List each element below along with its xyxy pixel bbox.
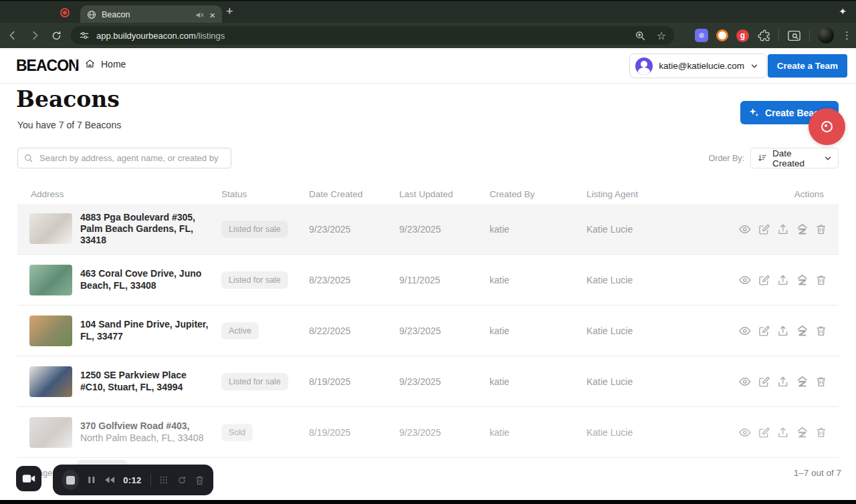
- extensions-puzzle-icon[interactable]: [757, 29, 770, 42]
- nav-home[interactable]: Home: [84, 58, 126, 70]
- zillow-icon[interactable]: [796, 375, 809, 388]
- toolbar-divider: [809, 29, 810, 41]
- listing-address: 104 Sand Pine Drive, Jupiter, FL, 33477: [80, 319, 214, 342]
- table-row[interactable]: 4883 Pga Boulevard #305, Palm Beach Gard…: [17, 204, 839, 255]
- back-button[interactable]: [5, 28, 20, 43]
- user-avatar: [635, 57, 653, 75]
- last-updated: 9/23/2025: [399, 326, 490, 336]
- status-badge: Listed for sale: [221, 271, 288, 289]
- order-by-value: Date Created: [772, 148, 819, 168]
- view-eye-icon[interactable]: [738, 375, 752, 388]
- listing-address: 463 Coral Cove Drive, Juno Beach, FL, 33…: [80, 268, 214, 291]
- delete-icon[interactable]: [815, 273, 828, 287]
- beacon-logo[interactable]: BEACON: [16, 57, 79, 75]
- rewind-icon[interactable]: [104, 475, 115, 485]
- delete-icon[interactable]: [815, 426, 828, 439]
- col-actions: Actions: [738, 189, 839, 199]
- chevron-down-icon: [824, 154, 832, 162]
- url-text[interactable]: app.buildyourbeacon.com/listings: [96, 31, 225, 41]
- zillow-icon[interactable]: [796, 324, 809, 338]
- site-settings-icon[interactable]: [79, 30, 90, 41]
- status-badge: Listed for sale: [221, 373, 288, 390]
- created-by: katie: [490, 275, 586, 285]
- extension-flower-icon[interactable]: ❊: [695, 29, 708, 42]
- table-row[interactable]: 104 Sand Pine Drive, Jupiter, FL, 33477 …: [17, 305, 839, 356]
- last-updated: 9/11/2025: [399, 275, 490, 285]
- edit-icon[interactable]: [758, 223, 771, 236]
- listing-thumbnail: [29, 316, 72, 346]
- order-by-select[interactable]: Date Created: [750, 148, 839, 168]
- col-address: Address: [17, 189, 221, 199]
- search-box: [17, 148, 231, 168]
- edit-icon[interactable]: [758, 273, 771, 287]
- extension-aperture-icon[interactable]: [716, 29, 728, 41]
- delete-icon[interactable]: [815, 375, 828, 388]
- zillow-icon[interactable]: [796, 426, 809, 439]
- created-by: katie: [490, 427, 586, 438]
- restart-recording-icon[interactable]: [177, 475, 187, 486]
- recording-toolbar: 0:12: [53, 465, 213, 495]
- zillow-icon[interactable]: [796, 273, 809, 287]
- browser-menu-icon[interactable]: ⋮: [842, 29, 852, 41]
- pause-icon[interactable]: [88, 475, 96, 485]
- listing-address: 1250 SE Parkview Place #C10, Stuart, FL,…: [80, 370, 214, 392]
- table-row[interactable]: 370 Golfview Road #403, North Palm Beach…: [17, 407, 839, 458]
- view-eye-icon[interactable]: [738, 426, 752, 439]
- nav-home-label: Home: [101, 59, 126, 70]
- new-tab-button[interactable]: +: [226, 5, 233, 19]
- listing-address: 4883 Pga Boulevard #305, Palm Beach Gard…: [80, 212, 214, 246]
- edit-icon[interactable]: [758, 324, 771, 338]
- reload-button[interactable]: [49, 28, 64, 43]
- status-badge: Active: [221, 322, 259, 340]
- tab-close-icon[interactable]: ×: [209, 10, 215, 20]
- video-camera-icon: [22, 473, 35, 484]
- user-menu[interactable]: katie@katielucie.com: [629, 53, 767, 78]
- main-content: Beacons You have 7 of 7 Beacons Create B…: [0, 84, 856, 504]
- delete-icon[interactable]: [815, 324, 828, 338]
- browser-profile-avatar[interactable]: [818, 27, 834, 43]
- table-row[interactable]: 1250 SE Parkview Place #C10, Stuart, FL,…: [17, 356, 839, 407]
- view-eye-icon[interactable]: [738, 223, 752, 236]
- recording-indicator-icon: [60, 8, 70, 17]
- listing-agent: Katie Lucie: [586, 427, 738, 438]
- pagination-range: 1–7 out of 7: [794, 468, 841, 478]
- status-badge: Listed for sale: [221, 221, 288, 238]
- share-icon[interactable]: [776, 223, 790, 236]
- forward-button[interactable]: [27, 28, 42, 43]
- bookmark-star-icon[interactable]: ☆: [657, 29, 666, 42]
- stop-recording-button[interactable]: [62, 470, 79, 490]
- tab-muted-audio-icon[interactable]: [195, 11, 204, 19]
- listing-agent: Katie Lucie: [586, 326, 738, 336]
- edit-icon[interactable]: [758, 375, 771, 388]
- effects-grid-icon[interactable]: [159, 475, 168, 485]
- camera-bubble-button[interactable]: [16, 466, 41, 491]
- last-updated: 9/23/2025: [399, 224, 490, 235]
- share-icon[interactable]: [776, 426, 790, 439]
- table-row[interactable]: 463 Coral Cove Drive, Juno Beach, FL, 33…: [17, 255, 839, 305]
- zoom-page-icon[interactable]: [635, 30, 646, 41]
- search-input[interactable]: [38, 152, 225, 164]
- extension-grammar-icon[interactable]: g: [736, 29, 749, 42]
- recording-timer: 0:12: [123, 475, 141, 485]
- view-eye-icon[interactable]: [738, 273, 752, 287]
- status-badge: Sold: [221, 424, 253, 441]
- edit-icon[interactable]: [758, 426, 771, 439]
- order-by-label: Order By:: [709, 154, 745, 163]
- share-icon[interactable]: [776, 375, 790, 388]
- share-icon[interactable]: [776, 324, 790, 338]
- sort-icon: [757, 153, 767, 163]
- tab-search-icon[interactable]: [787, 29, 801, 42]
- zillow-icon[interactable]: [796, 223, 809, 236]
- create-team-button[interactable]: Create a Team: [768, 54, 847, 78]
- browser-tab[interactable]: Beacon ×: [80, 5, 222, 24]
- share-icon[interactable]: [776, 273, 790, 287]
- browser-sparkle-icon[interactable]: ✦: [839, 6, 847, 17]
- home-icon: [84, 58, 96, 70]
- delete-icon[interactable]: [815, 223, 828, 236]
- last-updated: 9/23/2025: [399, 376, 490, 387]
- delete-recording-icon[interactable]: [195, 475, 204, 486]
- listing-address: 370 Golfview Road #403, North Palm Beach…: [80, 420, 214, 443]
- col-status: Status: [221, 189, 309, 199]
- view-eye-icon[interactable]: [738, 324, 752, 338]
- address-bar[interactable]: app.buildyourbeacon.com/listings ☆: [71, 26, 674, 45]
